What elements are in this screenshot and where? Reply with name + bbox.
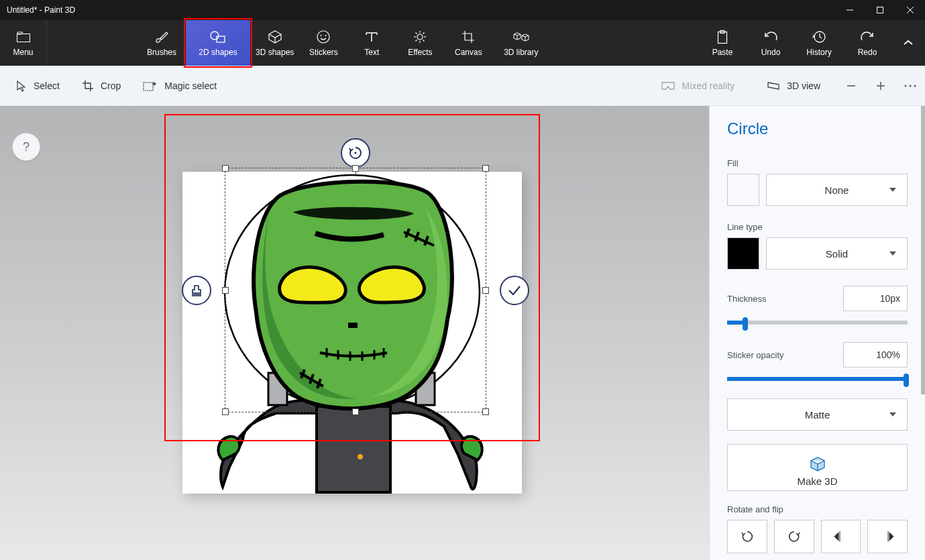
canvas-label: Canvas bbox=[455, 48, 482, 57]
main-area: ? bbox=[0, 106, 925, 560]
stamp-button[interactable] bbox=[182, 276, 211, 305]
history-button[interactable]: History bbox=[795, 20, 843, 66]
brushes-label: Brushes bbox=[147, 48, 176, 57]
resize-handle-bm[interactable] bbox=[352, 408, 359, 415]
redo-button[interactable]: Redo bbox=[843, 20, 891, 66]
svg-rect-1 bbox=[877, 7, 883, 13]
thickness-label: Thickness bbox=[727, 294, 767, 304]
rotate-handle[interactable] bbox=[341, 138, 370, 168]
thickness-slider[interactable] bbox=[727, 321, 908, 325]
make-3d-button[interactable]: Make 3D bbox=[727, 444, 908, 491]
svg-point-8 bbox=[321, 35, 322, 36]
magic-select-tool[interactable]: Magic select bbox=[133, 76, 226, 96]
svg-rect-4 bbox=[17, 34, 30, 42]
svg-point-10 bbox=[417, 34, 423, 40]
effects-tab[interactable]: Effects bbox=[396, 20, 444, 66]
2d-shapes-tab[interactable]: 2D shapes bbox=[186, 20, 250, 66]
canvas-tab[interactable]: Canvas bbox=[444, 20, 492, 66]
scrollbar[interactable] bbox=[921, 106, 925, 394]
3d-view-button[interactable]: 3D view bbox=[757, 76, 830, 95]
close-button[interactable] bbox=[895, 0, 925, 20]
rotate-flip-label: Rotate and flip bbox=[727, 504, 908, 514]
svg-point-5 bbox=[211, 32, 219, 40]
opacity-input[interactable] bbox=[843, 342, 908, 368]
magic-icon bbox=[143, 80, 158, 92]
selection-box[interactable] bbox=[225, 168, 486, 412]
rotate-ccw-button[interactable] bbox=[727, 520, 767, 553]
fill-color-swatch[interactable] bbox=[727, 174, 759, 206]
resize-handle-bl[interactable] bbox=[222, 408, 229, 415]
resize-handle-tm[interactable] bbox=[352, 165, 359, 172]
properties-panel: Circle Fill None Line type Solid Thickne… bbox=[709, 106, 925, 560]
crop-tool[interactable]: Crop bbox=[72, 76, 130, 96]
effects-label: Effects bbox=[408, 48, 432, 57]
flip-horizontal-button[interactable] bbox=[821, 520, 861, 553]
history-icon bbox=[812, 29, 826, 45]
zoom-out-button[interactable] bbox=[843, 78, 859, 94]
collapse-panel-button[interactable] bbox=[891, 20, 925, 66]
svg-line-16 bbox=[423, 40, 425, 42]
main-toolbar: Menu Brushes 2D shapes 3D shapes Sticker… bbox=[0, 20, 925, 66]
svg-point-28 bbox=[914, 85, 916, 87]
cubes-icon bbox=[512, 29, 530, 45]
fill-type-dropdown[interactable]: None bbox=[766, 174, 908, 206]
undo-label: Undo bbox=[761, 48, 781, 57]
flip-vertical-button[interactable] bbox=[867, 520, 908, 553]
maximize-button[interactable] bbox=[865, 0, 895, 20]
cube-3d-icon bbox=[809, 455, 826, 473]
magic-label: Magic select bbox=[164, 80, 217, 91]
commit-button[interactable] bbox=[500, 276, 529, 305]
svg-point-27 bbox=[910, 85, 912, 87]
fill-dropdown-value: None bbox=[825, 184, 849, 196]
clipboard-icon bbox=[716, 29, 728, 45]
undo-button[interactable]: Undo bbox=[747, 20, 795, 66]
help-button[interactable]: ? bbox=[12, 133, 40, 161]
panel-heading: Circle bbox=[727, 119, 908, 138]
minimize-button[interactable] bbox=[834, 0, 865, 20]
menu-button[interactable]: Menu bbox=[0, 20, 47, 66]
resize-handle-mr[interactable] bbox=[482, 287, 489, 294]
brushes-tab[interactable]: Brushes bbox=[138, 20, 186, 66]
window-controls bbox=[834, 0, 925, 20]
resize-handle-tl[interactable] bbox=[222, 165, 229, 172]
resize-handle-ml[interactable] bbox=[222, 287, 229, 294]
undo-icon bbox=[763, 29, 778, 45]
fill-label: Fill bbox=[727, 158, 908, 168]
more-options-button[interactable] bbox=[902, 78, 918, 94]
thickness-input[interactable] bbox=[843, 286, 908, 311]
text-icon bbox=[365, 29, 378, 45]
canvas-viewport[interactable]: ? bbox=[0, 106, 709, 560]
line-dropdown-value: Solid bbox=[826, 248, 848, 260]
cube-icon bbox=[268, 29, 282, 45]
opacity-label: Sticker opacity bbox=[727, 350, 784, 360]
perspective-icon bbox=[767, 80, 780, 91]
stickers-tab[interactable]: Stickers bbox=[299, 20, 347, 66]
folder-icon bbox=[17, 29, 30, 45]
3d-library-tab[interactable]: 3D library bbox=[492, 20, 549, 66]
history-label: History bbox=[806, 48, 831, 57]
select-tool[interactable]: Select bbox=[7, 76, 69, 96]
zoom-in-button[interactable] bbox=[873, 78, 889, 94]
2d-shapes-label: 2D shapes bbox=[199, 48, 237, 57]
paste-button[interactable]: Paste bbox=[698, 20, 747, 66]
resize-handle-tr[interactable] bbox=[482, 165, 489, 172]
opacity-slider[interactable] bbox=[727, 377, 908, 381]
cursor-icon bbox=[16, 80, 27, 92]
sun-icon bbox=[413, 29, 427, 45]
svg-point-46 bbox=[355, 152, 357, 154]
smiley-icon bbox=[316, 29, 331, 45]
3d-shapes-tab[interactable]: 3D shapes bbox=[250, 20, 299, 66]
line-type-label: Line type bbox=[727, 222, 908, 232]
svg-line-17 bbox=[416, 40, 417, 42]
line-type-dropdown[interactable]: Solid bbox=[766, 237, 908, 270]
svg-point-26 bbox=[905, 85, 907, 87]
surface-dropdown[interactable]: Matte bbox=[727, 398, 908, 431]
line-color-swatch[interactable] bbox=[727, 237, 759, 270]
text-tab[interactable]: Text bbox=[347, 20, 396, 66]
brush-icon bbox=[154, 29, 170, 45]
library-label: 3D library bbox=[504, 48, 538, 57]
resize-handle-br[interactable] bbox=[482, 408, 489, 415]
vr-icon bbox=[661, 81, 675, 91]
rotate-cw-button[interactable] bbox=[774, 520, 814, 553]
help-glyph: ? bbox=[23, 140, 30, 154]
